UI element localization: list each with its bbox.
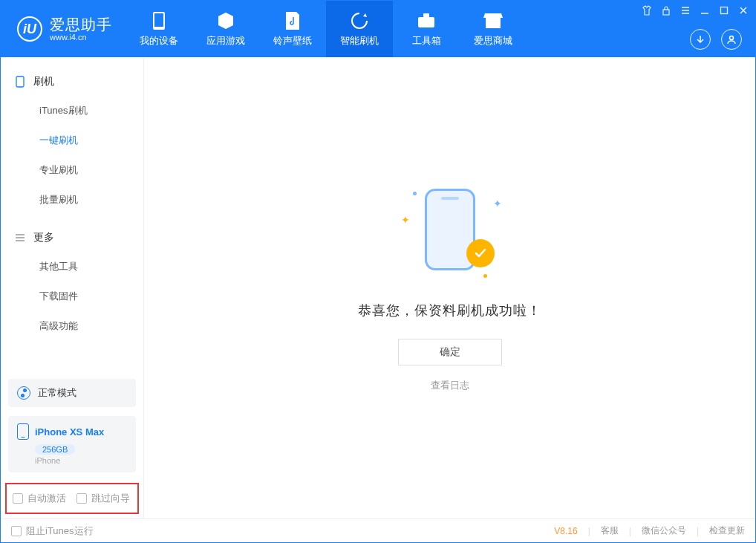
flash-options-highlight: 自动激活 跳过向导 <box>5 483 139 514</box>
sidebar-item-batch-flash[interactable]: 批量刷机 <box>1 185 143 215</box>
cube-icon <box>215 10 236 31</box>
sidebar-item-advanced[interactable]: 高级功能 <box>1 311 143 341</box>
nav-tab-store[interactable]: 爱思商城 <box>460 1 527 57</box>
sidebar-item-pro-flash[interactable]: 专业刷机 <box>1 155 143 185</box>
checkbox-block-itunes[interactable]: 阻止iTunes运行 <box>11 524 94 538</box>
svg-rect-3 <box>423 13 429 17</box>
sidebar-scroll: 刷机 iTunes刷机 一键刷机 专业刷机 批量刷机 更多 其他工具 下载固件 … <box>1 57 143 374</box>
music-file-icon <box>282 10 303 31</box>
checkbox-label: 阻止iTunes运行 <box>26 524 94 538</box>
nav-tab-label: 智能刷机 <box>340 34 379 48</box>
nav-tab-label: 爱思商城 <box>474 34 512 48</box>
titlebar-actions <box>690 29 742 50</box>
app-logo-icon: iU <box>17 16 42 42</box>
nav-tab-label: 应用游戏 <box>206 34 245 48</box>
nav-tab-label: 工具箱 <box>412 34 441 48</box>
success-message: 恭喜您，保资料刷机成功啦！ <box>358 302 541 319</box>
store-icon <box>483 10 504 31</box>
maximize-button[interactable] <box>717 4 731 17</box>
list-icon <box>14 232 26 244</box>
phone-outline-icon <box>14 76 26 88</box>
lock-icon[interactable] <box>659 4 674 17</box>
phone-icon <box>149 10 169 31</box>
nav-tab-my-device[interactable]: 我的设备 <box>126 1 192 57</box>
user-button[interactable] <box>721 29 742 50</box>
sidebar-group-flash[interactable]: 刷机 <box>1 68 143 96</box>
nav-tab-toolbox[interactable]: 工具箱 <box>393 1 460 57</box>
sidebar-item-oneclick-flash[interactable]: 一键刷机 <box>1 126 143 155</box>
sidebar-item-itunes-flash[interactable]: iTunes刷机 <box>1 96 143 126</box>
checkmark-badge-icon <box>466 239 495 267</box>
logo-area: iU 爱思助手 www.i4.cn <box>1 1 126 57</box>
dot-icon <box>483 274 487 278</box>
success-illustration: ✦ ✦ <box>398 184 502 281</box>
sparkle-icon: ✦ <box>401 214 410 226</box>
minimize-button[interactable] <box>697 4 712 17</box>
checkbox-icon <box>76 493 87 504</box>
body-area: 刷机 iTunes刷机 一键刷机 专业刷机 批量刷机 更多 其他工具 下载固件 … <box>1 57 755 518</box>
shirt-icon[interactable] <box>639 4 654 17</box>
svg-rect-4 <box>486 18 501 28</box>
menu-icon[interactable] <box>678 4 693 17</box>
device-name: iPhone XS Max <box>35 426 104 438</box>
toolbox-icon <box>416 10 437 31</box>
nav-tab-label: 我的设备 <box>140 34 178 48</box>
device-phone-icon <box>17 423 29 440</box>
app-window: iU 爱思助手 www.i4.cn 我的设备 应用游戏 铃声壁纸 智能刷机 <box>0 0 756 543</box>
link-support[interactable]: 客服 <box>601 524 619 537</box>
close-button[interactable] <box>736 4 751 17</box>
group-title: 更多 <box>33 231 54 244</box>
nav-tab-label: 铃声壁纸 <box>273 34 312 48</box>
device-info-box[interactable]: iPhone XS Max 256GB iPhone <box>8 416 136 472</box>
mode-icon <box>17 386 30 400</box>
svg-point-7 <box>730 36 734 40</box>
sidebar-item-download-firmware[interactable]: 下载固件 <box>1 282 143 311</box>
version-label: V8.16 <box>554 526 577 536</box>
logo-text: 爱思助手 www.i4.cn <box>50 16 112 42</box>
nav-tab-apps[interactable]: 应用游戏 <box>192 1 259 57</box>
checkbox-auto-activate[interactable]: 自动激活 <box>13 492 66 505</box>
sidebar-group-more[interactable]: 更多 <box>1 224 143 252</box>
nav-tab-flash[interactable]: 智能刷机 <box>326 1 393 57</box>
refresh-shield-icon <box>349 10 370 31</box>
svg-rect-5 <box>663 10 669 15</box>
nav-tabs: 我的设备 应用游戏 铃声壁纸 智能刷机 工具箱 爱思商城 <box>126 1 527 57</box>
checkbox-label: 跳过向导 <box>91 492 130 505</box>
window-controls <box>639 4 751 17</box>
sidebar-item-other-tools[interactable]: 其他工具 <box>1 252 143 282</box>
view-log-link[interactable]: 查看日志 <box>431 379 469 392</box>
separator: | <box>697 526 699 536</box>
device-mode-box[interactable]: 正常模式 <box>8 379 136 407</box>
device-capacity-badge: 256GB <box>35 444 75 455</box>
svg-rect-8 <box>16 77 24 87</box>
link-wechat[interactable]: 微信公众号 <box>642 524 686 537</box>
app-name: 爱思助手 <box>50 16 112 33</box>
dot-icon <box>413 192 417 195</box>
ok-button[interactable]: 确定 <box>398 339 502 365</box>
nav-tab-ringtone[interactable]: 铃声壁纸 <box>259 1 326 57</box>
svg-rect-6 <box>721 7 728 14</box>
device-type: iPhone <box>35 456 127 465</box>
svg-rect-2 <box>418 17 434 27</box>
sparkle-icon: ✦ <box>493 198 502 209</box>
statusbar: 阻止iTunes运行 V8.16 | 客服 | 微信公众号 | 检查更新 <box>1 518 755 542</box>
link-check-update[interactable]: 检查更新 <box>709 524 745 537</box>
app-url: www.i4.cn <box>50 33 112 42</box>
titlebar: iU 爱思助手 www.i4.cn 我的设备 应用游戏 铃声壁纸 智能刷机 <box>1 1 755 57</box>
mode-label: 正常模式 <box>38 386 76 400</box>
group-title: 刷机 <box>33 75 54 88</box>
sidebar: 刷机 iTunes刷机 一键刷机 专业刷机 批量刷机 更多 其他工具 下载固件 … <box>1 57 144 518</box>
checkbox-icon <box>13 493 23 504</box>
separator: | <box>629 526 631 536</box>
svg-rect-1 <box>154 13 163 27</box>
checkbox-label: 自动激活 <box>27 492 66 505</box>
download-button[interactable] <box>690 29 711 50</box>
checkbox-icon <box>11 526 22 536</box>
separator: | <box>588 526 590 536</box>
checkbox-skip-guide[interactable]: 跳过向导 <box>76 492 130 505</box>
main-content: ✦ ✦ 恭喜您，保资料刷机成功啦！ 确定 查看日志 <box>144 57 755 518</box>
